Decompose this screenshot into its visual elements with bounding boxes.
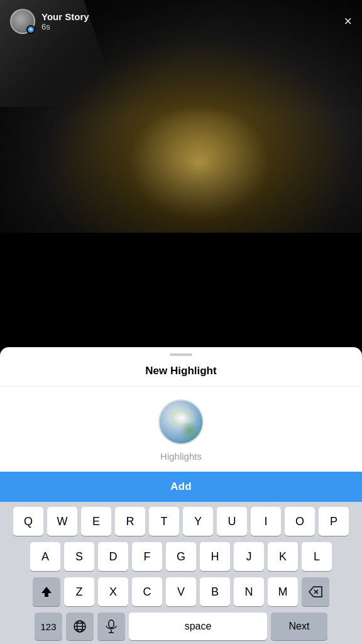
story-background: + Your Story 6s × — [0, 0, 362, 233]
avatar: + — [10, 9, 35, 34]
highlight-name-label: Highlights — [160, 451, 202, 462]
story-user-info: + Your Story 6s — [10, 9, 89, 34]
next-key[interactable]: Next — [271, 613, 327, 640]
add-button[interactable]: Add — [0, 472, 362, 502]
key-q[interactable]: Q — [13, 507, 43, 536]
key-w[interactable]: W — [47, 507, 77, 536]
key-o[interactable]: O — [285, 507, 315, 536]
numbers-key[interactable]: 123 — [35, 613, 62, 640]
key-r[interactable]: R — [115, 507, 145, 536]
key-b[interactable]: B — [200, 577, 230, 606]
key-j[interactable]: J — [234, 542, 264, 571]
close-icon[interactable]: × — [344, 13, 352, 30]
key-d[interactable]: D — [98, 542, 128, 571]
key-v[interactable]: V — [166, 577, 196, 606]
key-m[interactable]: M — [268, 577, 298, 606]
key-z[interactable]: Z — [64, 577, 94, 606]
key-a[interactable]: A — [30, 542, 60, 571]
story-header: + Your Story 6s × — [0, 0, 362, 43]
highlight-section: Highlights — [0, 387, 362, 472]
shift-key[interactable] — [33, 577, 60, 606]
highlight-cover-image[interactable] — [158, 399, 204, 445]
sheet-title: New Highlight — [0, 356, 362, 387]
key-p[interactable]: P — [319, 507, 349, 536]
key-x[interactable]: X — [98, 577, 128, 606]
key-t[interactable]: T — [149, 507, 179, 536]
space-key[interactable]: space — [129, 613, 267, 640]
keyboard-row-2: A S D F G H J K L — [3, 542, 359, 571]
key-n[interactable]: N — [234, 577, 264, 606]
story-time: 6s — [41, 22, 89, 31]
key-e[interactable]: E — [81, 507, 111, 536]
key-c[interactable]: C — [132, 577, 162, 606]
keyboard-row-1: Q W E R T Y U I O P — [3, 507, 359, 536]
story-user-name: Your Story — [41, 11, 89, 22]
key-k[interactable]: K — [268, 542, 298, 571]
story-info: Your Story 6s — [41, 11, 89, 31]
backspace-key[interactable] — [302, 577, 329, 606]
key-f[interactable]: F — [132, 542, 162, 571]
key-l[interactable]: L — [302, 542, 332, 571]
bottom-sheet: New Highlight Highlights Add Q W E R T Y… — [0, 347, 362, 644]
keyboard-row-3: Z X C V B N M — [3, 577, 359, 606]
keyboard-bottom-row: 123 space Next — [3, 613, 359, 644]
key-h[interactable]: H — [200, 542, 230, 571]
key-g[interactable]: G — [166, 542, 196, 571]
keyboard: Q W E R T Y U I O P A S D F G H J K L — [0, 502, 362, 644]
key-y[interactable]: Y — [183, 507, 213, 536]
key-s[interactable]: S — [64, 542, 94, 571]
key-i[interactable]: I — [251, 507, 281, 536]
avatar-plus-icon: + — [26, 25, 35, 34]
globe-key[interactable] — [66, 613, 94, 640]
svg-rect-7 — [109, 620, 114, 628]
key-u[interactable]: U — [217, 507, 247, 536]
microphone-key[interactable] — [97, 613, 125, 640]
